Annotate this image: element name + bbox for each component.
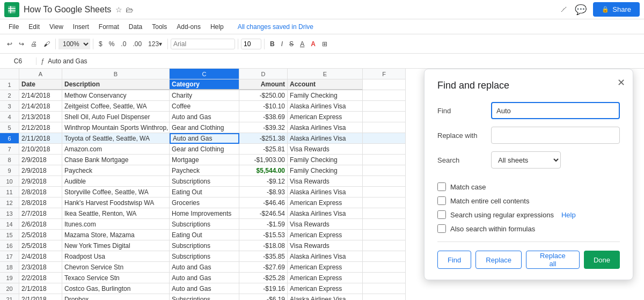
cell-17-amt[interactable]: -$35.85	[239, 251, 288, 262]
zoom-select[interactable]: 100%	[58, 39, 90, 49]
match-entire-checkbox[interactable]	[437, 196, 446, 205]
menu-edit[interactable]: Edit	[24, 22, 44, 32]
cell-15-f[interactable]	[363, 230, 406, 240]
cell-4-f[interactable]	[363, 112, 406, 122]
cell-18-amt[interactable]: -$27.69	[239, 262, 288, 273]
cell-17-cat[interactable]: Subscriptions	[170, 251, 239, 262]
menu-data[interactable]: Data	[125, 22, 147, 32]
row-num-12[interactable]: 12	[0, 197, 19, 208]
font-family-input[interactable]	[171, 39, 235, 49]
replace-input[interactable]	[491, 127, 620, 144]
replace-all-button[interactable]: Replace all	[526, 251, 580, 269]
cell-17-date[interactable]: 2/4/2018	[19, 251, 62, 262]
activity-icon[interactable]: ⟋	[559, 4, 568, 15]
doc-title[interactable]: How To Google Sheets	[24, 5, 111, 14]
italic-button[interactable]: I	[279, 39, 286, 49]
row-num-14[interactable]: 14	[0, 219, 19, 230]
regex-checkbox[interactable]	[437, 210, 446, 219]
col-header-b[interactable]: B	[62, 69, 170, 79]
redo-button[interactable]: ↪	[16, 39, 27, 49]
menu-file[interactable]: File	[4, 22, 23, 32]
cell-12-acct[interactable]: American Express	[288, 197, 363, 208]
col-header-a[interactable]: A	[19, 69, 62, 79]
cell-7-amt[interactable]: -$25.81	[239, 144, 288, 155]
folder-icon[interactable]: 🗁	[126, 5, 133, 14]
cell-1-desc[interactable]: Description	[62, 79, 170, 90]
cell-16-f[interactable]	[363, 240, 406, 251]
cell-8-desc[interactable]: Chase Bank Mortgage	[62, 155, 170, 165]
cell-1-acct[interactable]: Account	[288, 79, 363, 90]
cell-8-cat[interactable]: Mortgage	[170, 155, 239, 165]
cell-3-f[interactable]	[363, 101, 406, 112]
cell-8-date[interactable]: 2/9/2018	[19, 155, 62, 165]
cell-10-amt[interactable]: -$9.12	[239, 176, 288, 187]
decimal-up-button[interactable]: .00	[130, 39, 144, 49]
row-num-6[interactable]: 6	[0, 133, 19, 144]
cell-6-amt[interactable]: -$251.38	[239, 133, 288, 144]
cell-19-f[interactable]	[363, 273, 406, 283]
cell-13-cat[interactable]: Home Improvements	[170, 208, 239, 219]
row-num-16[interactable]: 16	[0, 240, 19, 251]
row-num-4[interactable]: 4	[0, 112, 19, 122]
cell-3-desc[interactable]: Zeitgeist Coffee, Seattle, WA	[62, 101, 170, 112]
cell-2-f[interactable]	[363, 90, 406, 101]
cell-6-f[interactable]	[363, 133, 406, 144]
cell-11-date[interactable]: 2/8/2018	[19, 187, 62, 197]
undo-button[interactable]: ↩	[4, 39, 15, 49]
cell-3-amt[interactable]: -$10.10	[239, 101, 288, 112]
find-input[interactable]	[491, 102, 620, 119]
comment-icon[interactable]: 💬	[575, 4, 587, 16]
menu-tools[interactable]: Tools	[148, 22, 171, 32]
cell-3-acct[interactable]: Alaska Airlines Visa	[288, 101, 363, 112]
cell-5-f[interactable]	[363, 122, 406, 133]
row-num-3[interactable]: 3	[0, 101, 19, 112]
cell-8-f[interactable]	[363, 155, 406, 165]
cell-10-f[interactable]	[363, 176, 406, 187]
underline-button[interactable]: A	[297, 39, 307, 49]
cell-5-cat[interactable]: Gear and Clothing	[170, 122, 239, 133]
cell-reference[interactable]: C6	[4, 57, 36, 65]
match-case-checkbox[interactable]	[437, 182, 446, 191]
cell-21-f[interactable]	[363, 294, 406, 300]
cell-15-acct[interactable]: American Express	[288, 230, 363, 240]
cell-16-desc[interactable]: New York Times Digital	[62, 240, 170, 251]
cell-5-desc[interactable]: Winthrop Mountain Sports Winthrop, WA	[62, 122, 170, 133]
cell-19-date[interactable]: 2/2/2018	[19, 273, 62, 283]
cell-11-cat[interactable]: Eating Out	[170, 187, 239, 197]
row-num-2[interactable]: 2	[0, 90, 19, 101]
menu-insert[interactable]: Insert	[69, 22, 93, 32]
cell-4-acct[interactable]: American Express	[288, 112, 363, 122]
cell-18-desc[interactable]: Chevron Service Stn	[62, 262, 170, 273]
cell-8-amt[interactable]: -$1,903.00	[239, 155, 288, 165]
cell-14-desc[interactable]: Itunes.com	[62, 219, 170, 230]
cell-16-acct[interactable]: Visa Rewards	[288, 240, 363, 251]
cell-13-date[interactable]: 2/7/2018	[19, 208, 62, 219]
cell-19-cat[interactable]: Auto and Gas	[170, 273, 239, 283]
cell-16-cat[interactable]: Subscriptions	[170, 240, 239, 251]
help-link[interactable]: Help	[561, 211, 576, 219]
cell-17-desc[interactable]: Roadpost Usa	[62, 251, 170, 262]
cell-6-cat[interactable]: Auto and Gas	[170, 133, 239, 144]
cell-14-cat[interactable]: Subscriptions	[170, 219, 239, 230]
replace-button[interactable]: Replace	[475, 251, 522, 269]
row-num-11[interactable]: 11	[0, 187, 19, 197]
cell-11-acct[interactable]: Alaska Airlines Visa	[288, 187, 363, 197]
cell-4-cat[interactable]: Auto and Gas	[170, 112, 239, 122]
cell-12-amt[interactable]: -$46.46	[239, 197, 288, 208]
cell-20-desc[interactable]: Costco Gas, Burlington	[62, 283, 170, 294]
cell-10-acct[interactable]: Visa Rewards	[288, 176, 363, 187]
cell-4-amt[interactable]: -$38.69	[239, 112, 288, 122]
cell-21-amt[interactable]: -$6.19	[239, 294, 288, 300]
cell-10-desc[interactable]: Audible	[62, 176, 170, 187]
col-header-f[interactable]: F	[363, 69, 406, 79]
borders-button[interactable]: ⊞	[319, 39, 330, 49]
within-formulas-checkbox[interactable]	[437, 224, 446, 233]
cell-21-acct[interactable]: Alaska Airlines Visa	[288, 294, 363, 300]
cell-9-amt[interactable]: $5,544.00	[239, 165, 288, 176]
cell-6-acct[interactable]: Alaska Airlines Visa	[288, 133, 363, 144]
cell-3-cat[interactable]: Coffee	[170, 101, 239, 112]
cell-20-cat[interactable]: Auto and Gas	[170, 283, 239, 294]
cell-7-cat[interactable]: Gear and Clothing	[170, 144, 239, 155]
cell-9-acct[interactable]: Family Checking	[288, 165, 363, 176]
cell-17-acct[interactable]: Alaska Airlines Visa	[288, 251, 363, 262]
